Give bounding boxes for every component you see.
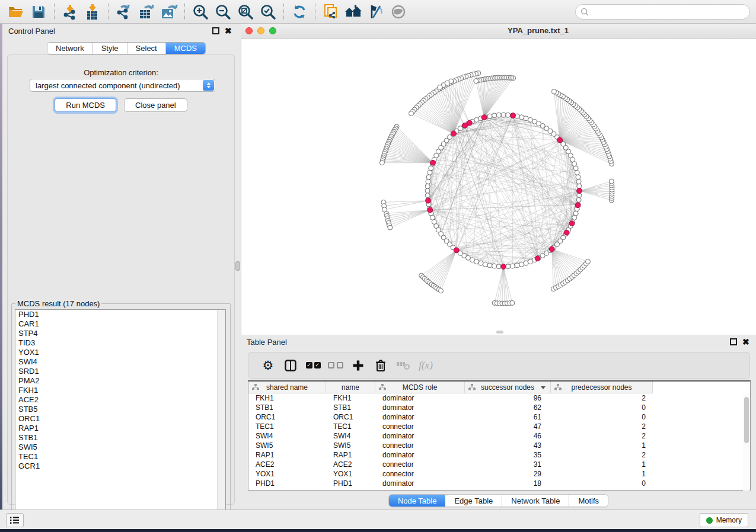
float-table-panel-icon[interactable] <box>730 338 737 345</box>
run-mcds-button[interactable]: Run MCDS <box>55 98 116 112</box>
network-node[interactable] <box>576 197 581 202</box>
tab-network[interactable]: Network <box>47 43 93 54</box>
float-panel-icon[interactable] <box>212 27 219 34</box>
mcds-hub-node[interactable] <box>564 230 569 235</box>
mcds-hub-node[interactable] <box>454 248 459 253</box>
import-table-button[interactable] <box>81 2 104 22</box>
tab-select[interactable]: Select <box>127 43 166 54</box>
network-leaf-node[interactable] <box>382 207 387 212</box>
zoom-in-button[interactable] <box>189 2 212 22</box>
mcds-result-node[interactable]: CAR1 <box>15 319 225 329</box>
delete-column-button[interactable] <box>369 355 392 376</box>
minimize-window-icon[interactable] <box>257 27 264 34</box>
network-leaf-node[interactable] <box>445 81 449 85</box>
network-node[interactable] <box>506 264 511 269</box>
network-node[interactable] <box>577 184 582 188</box>
mcds-hub-node[interactable] <box>430 160 436 165</box>
mcds-result-node[interactable]: GCR1 <box>15 462 225 471</box>
network-leaf-node[interactable] <box>474 79 479 84</box>
mcds-result-node[interactable]: STB1 <box>15 433 225 443</box>
mcds-hub-node[interactable] <box>549 246 554 252</box>
network-node[interactable] <box>426 175 431 180</box>
network-leaf-node[interactable] <box>388 225 393 230</box>
network-node[interactable] <box>519 262 524 267</box>
show-hide-button[interactable] <box>387 2 410 22</box>
splitter-scroll-thumb[interactable] <box>235 261 240 271</box>
network-node[interactable] <box>572 215 577 220</box>
table-row[interactable]: STB1STB1dominator620 <box>248 403 750 412</box>
network-node[interactable] <box>487 114 492 118</box>
network-node[interactable] <box>425 188 430 193</box>
search-field[interactable] <box>575 4 750 20</box>
mcds-hub-node[interactable] <box>481 115 487 120</box>
show-columns-button[interactable] <box>279 355 302 376</box>
network-node[interactable] <box>510 264 515 268</box>
network-node[interactable] <box>575 170 579 175</box>
network-leaf-node[interactable] <box>438 85 442 89</box>
table-row[interactable]: ACE2ACE2connector311 <box>248 460 750 469</box>
mcds-result-node[interactable]: PHD1 <box>15 310 225 319</box>
mcds-result-list[interactable]: PHD1CAR1STP4TID3YOX1SWI4SRD1PMA2FKH1ACE2… <box>15 309 226 518</box>
network-hscroll-thumb[interactable] <box>496 331 503 334</box>
close-table-panel-icon[interactable]: ✖ <box>742 338 750 346</box>
mcds-result-node[interactable]: STP4 <box>15 329 225 338</box>
zoom-selected-button[interactable] <box>257 2 279 22</box>
tab-style[interactable]: Style <box>93 43 127 54</box>
network-node[interactable] <box>528 117 532 122</box>
mcds-hub-node[interactable] <box>462 123 468 128</box>
column-header-successor-nodes[interactable]: successor nodes <box>465 382 551 393</box>
mcds-hub-node[interactable] <box>428 207 433 213</box>
network-leaf-node[interactable] <box>379 161 384 165</box>
mcds-result-node[interactable]: ORC1 <box>15 414 225 424</box>
mcds-hub-node[interactable] <box>575 203 580 208</box>
network-node[interactable] <box>519 115 524 120</box>
network-leaf-node[interactable] <box>510 300 515 305</box>
mcds-result-node[interactable]: TEC1 <box>15 452 225 462</box>
clone-network-button[interactable] <box>320 2 342 22</box>
network-node[interactable] <box>515 263 519 268</box>
mcds-result-node[interactable]: TID3 <box>15 338 225 348</box>
create-column-button[interactable] <box>347 355 369 376</box>
deselect-all-button[interactable] <box>324 355 347 376</box>
network-leaf-node[interactable] <box>609 179 614 184</box>
network-node[interactable] <box>506 113 511 117</box>
optimization-criterion-select[interactable]: largest connected component (undirected) <box>30 79 215 92</box>
tab-node-table[interactable]: Node Table <box>389 495 446 507</box>
tab-edge-table[interactable]: Edge Table <box>445 495 502 507</box>
network-leaf-node[interactable] <box>439 289 444 293</box>
mcds-hub-node[interactable] <box>535 256 540 261</box>
network-node[interactable] <box>492 113 497 118</box>
cyndex-button[interactable] <box>342 2 365 22</box>
network-graph[interactable] <box>241 39 756 335</box>
table-row[interactable]: ORC1ORC1dominator610 <box>248 412 750 422</box>
network-node[interactable] <box>492 264 497 268</box>
tab-motifs[interactable]: Motifs <box>569 495 608 507</box>
mcds-hub-node[interactable] <box>511 113 516 118</box>
zoom-fit-button[interactable] <box>234 2 257 22</box>
network-node[interactable] <box>426 180 430 184</box>
mcds-hub-node[interactable] <box>467 120 472 126</box>
close-window-icon[interactable] <box>245 27 253 34</box>
network-node[interactable] <box>474 259 479 264</box>
network-node[interactable] <box>576 175 580 180</box>
mcds-hub-node[interactable] <box>426 198 431 203</box>
mcds-result-node[interactable]: SWI5 <box>15 443 225 452</box>
network-node[interactable] <box>573 211 578 216</box>
select-all-button[interactable]: ✓ ✓ <box>302 355 324 376</box>
mcds-hub-node[interactable] <box>557 137 563 143</box>
mcds-hub-node[interactable] <box>577 188 582 194</box>
open-file-button[interactable] <box>5 2 27 22</box>
column-header-shared-name[interactable]: shared name <box>248 382 326 393</box>
network-leaf-node[interactable] <box>551 89 556 94</box>
network-node[interactable] <box>496 264 501 269</box>
export-network-button[interactable] <box>113 2 135 22</box>
network-node[interactable] <box>496 113 501 117</box>
network-node[interactable] <box>479 261 483 265</box>
network-window-titlebar[interactable]: YPA_prune.txt_1 <box>241 24 756 39</box>
mcds-hub-node[interactable] <box>501 264 506 270</box>
column-header-predecessor-nodes[interactable]: predecessor nodes <box>551 382 653 393</box>
table-row[interactable]: FKH1FKH1dominator962 <box>248 393 750 403</box>
task-history-button[interactable] <box>6 513 24 527</box>
zoom-out-button[interactable] <box>212 2 234 22</box>
table-row[interactable]: RAP1RAP1dominator352 <box>248 450 750 460</box>
